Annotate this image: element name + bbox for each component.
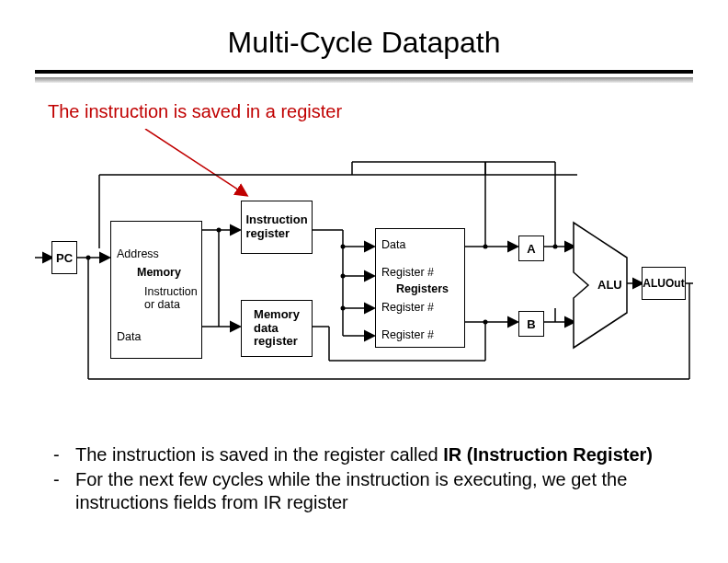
- memory-data-register-block: Memory data register: [241, 300, 313, 357]
- bullet-2-text-a: For the next few cycles while the instru…: [75, 469, 627, 512]
- memory-block: Address Instruction or data Memory Data: [110, 221, 202, 359]
- reg-port-1: Register #: [381, 266, 434, 279]
- page-title: Multi-Cycle Datapath: [0, 26, 728, 60]
- b-label: B: [527, 317, 535, 331]
- reg-port-2: Register #: [381, 301, 434, 314]
- aluout-label: ALUOut: [643, 277, 684, 290]
- pc-label: PC: [56, 251, 73, 265]
- a-latch: A: [518, 236, 544, 261]
- mem-port-address: Address: [117, 247, 159, 260]
- reg-name: Registers: [396, 282, 449, 295]
- bullet-1: - The instruction is saved in the regist…: [53, 443, 697, 466]
- pc-block: PC: [51, 241, 77, 274]
- mem-name: Memory: [137, 266, 181, 279]
- instruction-register-block: Instruction register: [241, 201, 313, 254]
- svg-line-0: [145, 129, 246, 195]
- bullet-1-text-a: The instruction is saved in the register…: [75, 444, 443, 465]
- mdr-label: Memory data register: [254, 308, 300, 350]
- bullet-1-text-bold: IR (Instruction Register): [443, 444, 653, 465]
- annotation-text: The instruction is saved in a register: [48, 101, 342, 122]
- reg-port-3: Register #: [381, 328, 434, 341]
- datapath-diagram: PC Address Instruction or data Memory Da…: [35, 129, 693, 405]
- registers-block: Data Register # Registers Register # Reg…: [375, 228, 465, 348]
- mem-port-instr-or-data: Instruction or data: [144, 286, 198, 312]
- aluout-block: ALUOut: [642, 267, 686, 300]
- alu-block: ALU: [572, 221, 629, 350]
- bullet-dash: -: [53, 443, 75, 466]
- svg-point-17: [341, 306, 346, 311]
- bullet-list: - The instruction is saved in the regist…: [53, 443, 697, 516]
- reg-port-data: Data: [381, 238, 405, 251]
- alu-label: ALU: [597, 278, 622, 292]
- b-latch: B: [518, 311, 544, 337]
- mem-port-data: Data: [117, 330, 141, 343]
- bullet-dash: -: [53, 468, 75, 491]
- svg-point-15: [341, 245, 346, 249]
- ir-label: Instruction register: [245, 213, 307, 241]
- bullet-2: - For the next few cycles while the inst…: [53, 468, 697, 514]
- a-label: A: [527, 242, 535, 256]
- svg-point-8: [217, 228, 222, 233]
- svg-point-16: [341, 274, 346, 279]
